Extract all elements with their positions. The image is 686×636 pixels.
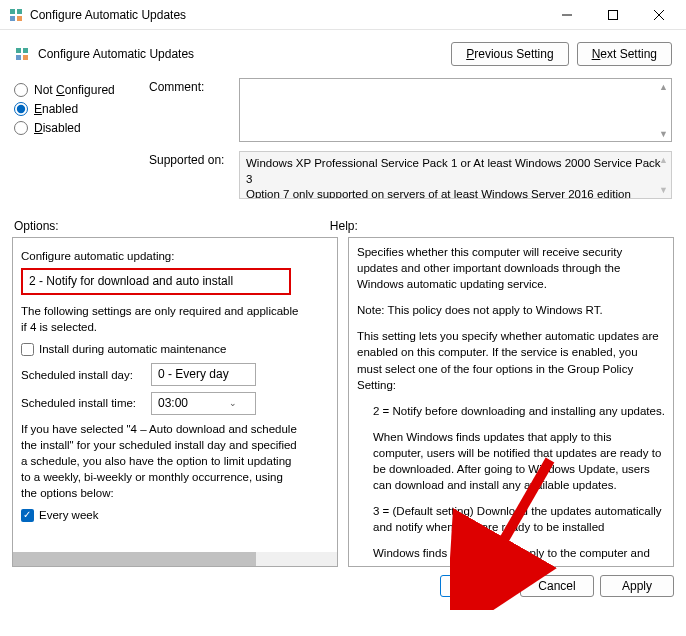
help-text: This setting lets you specify whether au…: [357, 328, 665, 392]
help-section-label: Help:: [330, 219, 646, 233]
help-text: 3 = (Default setting) Download the updat…: [357, 503, 665, 535]
help-text: Windows finds updates that apply to the …: [357, 545, 665, 561]
svg-rect-2: [10, 16, 15, 21]
help-text: When Windows finds updates that apply to…: [357, 429, 665, 493]
radio-disabled-input[interactable]: [14, 121, 28, 135]
previous-setting-button[interactable]: Previous Setting: [451, 42, 568, 66]
horizontal-scrollbar[interactable]: [13, 552, 337, 566]
help-text: Note: This policy does not apply to Wind…: [357, 302, 665, 318]
maximize-button[interactable]: [590, 0, 636, 30]
options-panel: Configure automatic updating: 2 - Notify…: [12, 237, 338, 567]
apply-button[interactable]: Apply: [600, 575, 674, 597]
radio-enabled[interactable]: Enabled: [14, 102, 149, 116]
checkbox-checked-icon: [21, 509, 34, 522]
supported-on-label: Supported on:: [149, 151, 239, 167]
configure-updating-select[interactable]: 2 - Notify for download and auto install: [21, 268, 291, 295]
ok-button[interactable]: OK: [440, 575, 514, 597]
svg-rect-3: [17, 16, 22, 21]
scroll-up-icon: ▲: [659, 82, 668, 92]
scheduled-time-select[interactable]: 03:00⌄: [151, 392, 256, 415]
policy-icon: [14, 46, 30, 62]
scheduled-time-label: Scheduled install time:: [21, 395, 151, 411]
options-section-label: Options:: [14, 219, 330, 233]
following-settings-text: The following settings are only required…: [21, 303, 301, 335]
next-setting-button[interactable]: Next Setting: [577, 42, 672, 66]
radio-not-configured[interactable]: Not Configured: [14, 83, 149, 97]
minimize-button[interactable]: [544, 0, 590, 30]
svg-rect-5: [609, 10, 618, 19]
comment-textarea[interactable]: [239, 78, 672, 142]
chevron-down-icon: ⌄: [229, 397, 237, 410]
scheduled-day-select[interactable]: 0 - Every day: [151, 363, 256, 386]
supported-on-text: Windows XP Professional Service Pack 1 o…: [239, 151, 672, 199]
help-text: Specifies whether this computer will rec…: [357, 244, 665, 292]
window-icon: [8, 7, 24, 23]
svg-rect-9: [23, 48, 28, 53]
scheduled-day-label: Scheduled install day:: [21, 367, 151, 383]
radio-enabled-input[interactable]: [14, 102, 28, 116]
scroll-down-icon: ▼: [659, 129, 668, 139]
header-title: Configure Automatic Updates: [38, 47, 443, 61]
svg-rect-8: [16, 48, 21, 53]
scroll-down-icon: ▼: [659, 185, 668, 195]
close-button[interactable]: [636, 0, 682, 30]
every-week-checkbox[interactable]: Every week: [21, 507, 329, 523]
svg-rect-1: [17, 9, 22, 14]
configure-updating-label: Configure automatic updating:: [21, 248, 329, 264]
scroll-up-icon: ▲: [659, 155, 668, 165]
svg-rect-10: [16, 55, 21, 60]
state-radio-group: Not Configured Enabled Disabled: [14, 78, 149, 205]
comment-label: Comment:: [149, 78, 239, 94]
cancel-button[interactable]: Cancel: [520, 575, 594, 597]
install-during-maintenance-checkbox[interactable]: Install during automatic maintenance: [21, 341, 329, 357]
svg-rect-11: [23, 55, 28, 60]
titlebar: Configure Automatic Updates: [0, 0, 686, 30]
radio-disabled[interactable]: Disabled: [14, 121, 149, 135]
window-title: Configure Automatic Updates: [30, 8, 544, 22]
svg-rect-0: [10, 9, 15, 14]
radio-not-configured-input[interactable]: [14, 83, 28, 97]
header: Configure Automatic Updates Previous Set…: [0, 30, 686, 74]
help-panel: Specifies whether this computer will rec…: [348, 237, 674, 567]
schedule-note-text: If you have selected "4 – Auto download …: [21, 421, 301, 501]
footer: OK Cancel Apply: [0, 567, 686, 605]
help-text: 2 = Notify before downloading and instal…: [357, 403, 665, 419]
